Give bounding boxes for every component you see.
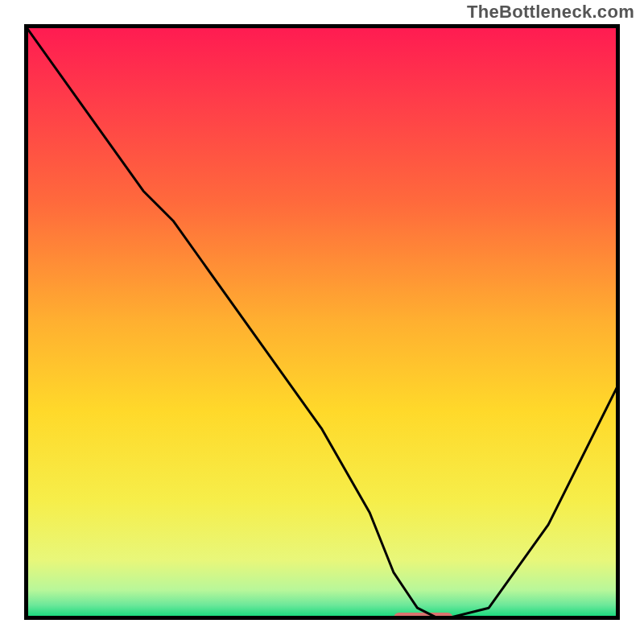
watermark-text: TheBottleneck.com (467, 2, 634, 23)
gradient-background (24, 24, 620, 620)
chart-svg (24, 24, 620, 620)
bottleneck-chart (24, 24, 620, 620)
